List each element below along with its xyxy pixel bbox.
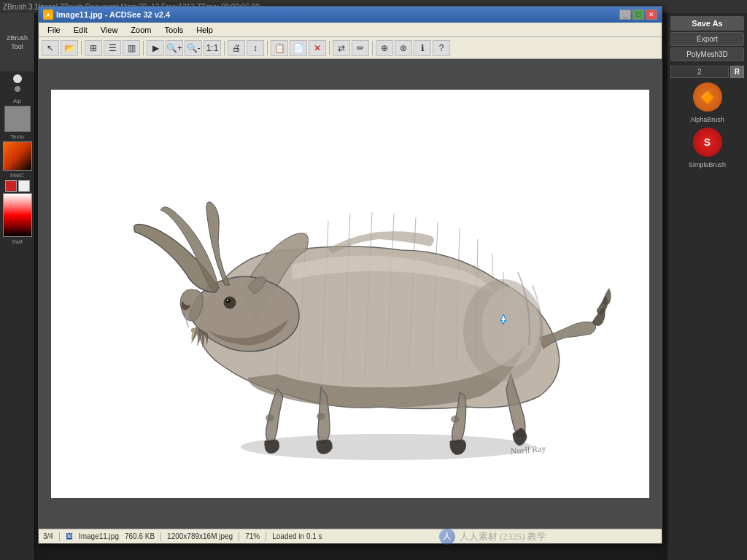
tb-sep3 [224, 41, 225, 55]
tb-lasso-button[interactable]: ⊛ [395, 40, 412, 56]
swit-label: Swit [3, 238, 32, 245]
maximize-button[interactable]: □ [632, 9, 644, 20]
textu-label: Textu [3, 133, 32, 140]
tb-info-button[interactable]: ℹ [414, 40, 431, 56]
r-button[interactable]: R [730, 66, 744, 78]
tb-play-button[interactable]: ▶ [147, 40, 164, 56]
creature-image: Nuell Ray [73, 104, 627, 483]
watermark-logo: 人 [439, 529, 455, 545]
brush-dot-white[interactable] [13, 74, 22, 83]
simple-brush-label: SimpleBrush [670, 161, 744, 168]
status-dimensions: 1200x789x16M jpeg [167, 532, 233, 540]
svg-point-16 [227, 300, 228, 301]
status-loadtime: Loaded in 0.1 s [272, 532, 322, 540]
alpha-icon-glyph: 🔶 [700, 90, 715, 104]
tb-zoomin-button[interactable]: 🔍+ [166, 40, 183, 56]
color-section: Alp Textu MatC Swit [1, 95, 34, 248]
tb-magnify-button[interactable]: ⊕ [376, 40, 393, 56]
status-index: 3/4 [43, 532, 53, 540]
menu-file[interactable]: File [42, 24, 66, 36]
tb-sep5 [329, 41, 330, 55]
color-gradient[interactable] [3, 193, 32, 237]
tb-delete-button[interactable]: ✕ [309, 40, 326, 56]
tb-copy-button[interactable]: 📋 [271, 40, 288, 56]
acdsee-titlebar: A Image11.jpg - ACDSee 32 v2.4 _ □ ✕ [39, 7, 662, 23]
watermark-area: 人 人人素材 (2325) 教学 [328, 529, 657, 545]
zbrush-left-toolbar: ZBrush Tool Alp Textu MatC Swit [0, 13, 35, 560]
zbrush-right-panel: Save As Export PolyMesh3D 2 R 🔶 AlphaBru… [667, 13, 747, 560]
svg-point-17 [191, 328, 196, 332]
menu-view[interactable]: View [95, 24, 124, 36]
svg-point-18 [266, 414, 274, 421]
color-red[interactable] [5, 180, 17, 192]
simple-icon-glyph: S [704, 136, 711, 148]
status-sep3 [239, 532, 239, 541]
status-sep4 [266, 532, 266, 541]
simple-brush-icon[interactable]: S [693, 128, 722, 157]
number-row: 2 R [670, 66, 744, 78]
titlebar-controls: _ □ ✕ [619, 9, 657, 20]
tb-list-button[interactable]: ☰ [104, 40, 121, 56]
acdsee-title: Image11.jpg - ACDSee 32 v2.4 [56, 10, 616, 19]
menu-help[interactable]: Help [190, 24, 219, 36]
alpha-brush-label: AlphaBrush [670, 116, 744, 123]
menu-edit[interactable]: Edit [68, 24, 93, 36]
brush-dot-gray[interactable] [15, 86, 20, 92]
acdsee-window: A Image11.jpg - ACDSee 32 v2.4 _ □ ✕ Fil… [38, 6, 662, 544]
acdsee-statusbar: 3/4 🖼 Image11.jpg 760.6 KB 1200x789x16M … [39, 529, 662, 543]
acdsee-image-area[interactable]: Nuell Ray [39, 59, 662, 529]
polymesh3d-button[interactable]: PolyMesh3D [670, 47, 744, 61]
matc-label: MatC [3, 172, 32, 179]
tb-open-button[interactable]: 📂 [61, 40, 78, 56]
tb-zoom100-button[interactable]: 1:1 [204, 40, 221, 56]
tb-back-button[interactable]: ↖ [42, 40, 59, 56]
tb-sep1 [81, 41, 82, 55]
svg-point-1 [241, 434, 533, 460]
export-button[interactable]: Export [670, 32, 744, 46]
zbrush-label: ZBrush [7, 34, 28, 42]
menu-tools[interactable]: Tools [158, 24, 189, 36]
tool-label: Tool [11, 43, 23, 50]
status-sep2 [160, 532, 161, 541]
svg-point-22 [481, 287, 540, 367]
tb-zoomout-button[interactable]: 🔍- [185, 40, 202, 56]
tb-sep6 [372, 41, 373, 55]
alpha-label: Alp [3, 98, 32, 104]
tb-sep2 [143, 41, 144, 55]
status-zoom: 71% [245, 532, 260, 540]
tb-flip-button[interactable]: ↕ [247, 40, 264, 56]
tb-sep4 [267, 41, 268, 55]
matc-colors [3, 180, 32, 192]
svg-point-19 [317, 413, 325, 420]
tb-help-button[interactable]: ? [433, 40, 450, 56]
zbrush-left-mid: Alp Textu MatC Swit [0, 71, 34, 251]
status-file-icon: 🖼 [66, 532, 73, 540]
zbrush-left-top: ZBrush Tool [0, 13, 34, 71]
color-picker[interactable] [3, 141, 32, 171]
alpha-preview[interactable] [4, 106, 31, 132]
acdsee-icon: A [43, 9, 53, 20]
minimize-button[interactable]: _ [619, 9, 631, 20]
status-sep1 [59, 532, 60, 541]
tb-rename-button[interactable]: ✏ [352, 40, 369, 56]
svg-point-20 [451, 416, 460, 423]
color-white[interactable] [18, 180, 30, 192]
close-button[interactable]: ✕ [646, 9, 657, 20]
acdsee-menubar: File Edit View Zoom Tools Help [39, 23, 662, 37]
image-frame: Nuell Ray [51, 90, 649, 498]
acdsee-toolbar: ↖ 📂 ⊞ ☰ ▥ ▶ 🔍+ 🔍- 1:1 🖨 ↕ 📋 📄 ✕ ⇄ ✏ ⊕ ⊛ … [39, 37, 662, 59]
tb-strip-button[interactable]: ▥ [123, 40, 140, 56]
number-field[interactable]: 2 [670, 66, 729, 78]
tb-paste-button[interactable]: 📄 [290, 40, 307, 56]
status-filename: Image11.jpg [79, 532, 119, 540]
watermark-text: 人人素材 (2325) 教学 [460, 530, 546, 543]
tb-convert-button[interactable]: ⇄ [333, 40, 350, 56]
menu-zoom[interactable]: Zoom [125, 24, 157, 36]
tb-grid-button[interactable]: ⊞ [85, 40, 102, 56]
alpha-brush-icon[interactable]: 🔶 [693, 82, 722, 112]
tb-print-button[interactable]: 🖨 [228, 40, 245, 56]
save-as-button[interactable]: Save As [670, 16, 744, 31]
svg-point-15 [226, 299, 231, 303]
status-filesize: 760.6 KB [125, 532, 155, 540]
